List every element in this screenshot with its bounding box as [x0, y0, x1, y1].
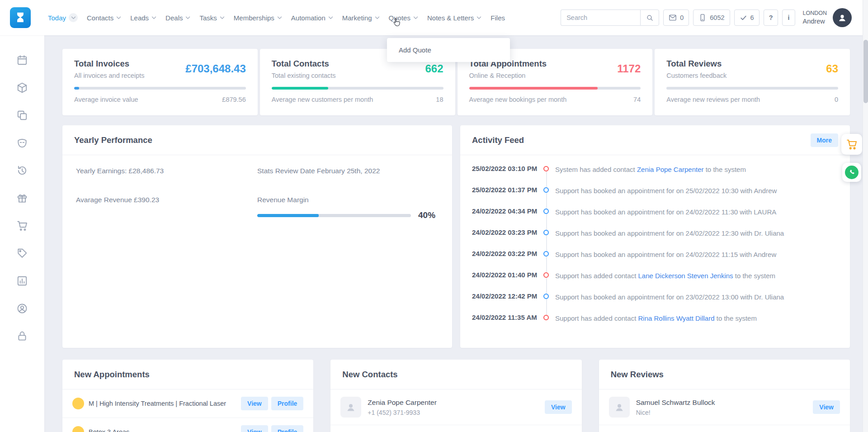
nav-item-contacts[interactable]: Contacts — [87, 14, 121, 22]
stat-subtitle: Total existing contacts — [272, 72, 336, 79]
new-appointments-panel: New Appointments M | High Intensity Trea… — [62, 360, 313, 432]
sidebar-item-admin[interactable] — [16, 303, 28, 314]
nav-item-today[interactable]: Today — [48, 13, 78, 22]
search-input[interactable] — [561, 9, 640, 26]
sidebar-item-products[interactable] — [16, 82, 28, 94]
sidebar-item-rooms[interactable] — [16, 109, 28, 121]
activity-dot — [543, 230, 549, 235]
calendar-icon — [16, 54, 28, 66]
nav-item-automation[interactable]: Automation — [291, 14, 333, 22]
activity-message: Support has added contact Lane Dickerson… — [555, 271, 775, 280]
nav-item-tasks[interactable]: Tasks — [199, 14, 224, 22]
activity-item: 24/02/2022 04:34 PM Support has booked a… — [472, 201, 838, 223]
activity-time: 24/02/2022 03:22 PM — [472, 250, 541, 257]
nav-label: Deals — [165, 14, 183, 22]
icon-sidebar — [0, 35, 44, 432]
activity-item: 25/02/2022 03:10 PM System has added con… — [472, 159, 838, 180]
sidebar-item-shop[interactable] — [16, 220, 28, 232]
stat-footer-value: 18 — [436, 96, 443, 103]
view-button[interactable]: View — [241, 425, 268, 432]
lock-icon — [16, 330, 28, 342]
nav-item-deals[interactable]: Deals — [165, 14, 190, 22]
sidebar-item-calendar[interactable] — [16, 54, 28, 66]
stat-progress-track — [272, 87, 443, 90]
location-label: LONDON — [803, 9, 827, 17]
view-button[interactable]: View — [545, 400, 572, 414]
chevron-down-icon — [185, 16, 190, 19]
revenue-margin-label: Revenue Margin — [257, 196, 439, 204]
tasks-done-button[interactable]: 6 — [734, 9, 760, 26]
sidebar-item-history[interactable] — [16, 165, 28, 176]
package-icon — [16, 82, 28, 94]
appointment-avatar — [72, 398, 84, 409]
sidebar-item-treatments[interactable] — [16, 137, 28, 149]
panel-title: New Contacts — [342, 370, 397, 380]
activity-item: 25/02/2022 01:37 PM Support has booked a… — [472, 180, 838, 201]
activity-dot — [543, 294, 549, 299]
main-nav: Today Contacts Leads Deals Tasks Members… — [48, 13, 505, 22]
stat-subtitle: All invoices and receipts — [74, 72, 145, 79]
activity-dot — [543, 209, 549, 214]
info-button[interactable]: i — [782, 9, 795, 26]
help-button[interactable]: ? — [764, 9, 778, 26]
panel-title: New Appointments — [74, 370, 150, 380]
stat-card-total-invoices: Total Invoices All invoices and receipts… — [62, 49, 258, 115]
view-button[interactable]: View — [813, 400, 840, 414]
stats-review-date: Stats Review Date February 25th, 2022 — [257, 167, 439, 175]
search-button[interactable] — [640, 9, 659, 26]
activity-contact-link[interactable]: Lane Dickerson Steven Jenkins — [638, 272, 733, 280]
nav-label: Marketing — [342, 14, 372, 22]
appointment-name: Botox 3 Areas — [89, 428, 238, 432]
profile-button[interactable]: Profile — [271, 397, 304, 410]
sidebar-item-reports[interactable] — [16, 275, 28, 287]
nav-item-marketing[interactable]: Marketing — [342, 14, 380, 22]
sidebar-item-vouchers[interactable] — [16, 247, 28, 259]
nav-label: Notes & Letters — [427, 14, 474, 22]
inbox-button[interactable]: 0 — [663, 9, 689, 26]
nav-item-leads[interactable]: Leads — [130, 14, 156, 22]
activity-item: 24/02/2022 03:23 PM Support has booked a… — [472, 223, 838, 244]
appointment-list-item: M | High Intensity Treatments | Fraction… — [62, 389, 313, 418]
dashboard-content: Total Invoices All invoices and receipts… — [44, 35, 868, 432]
stat-title: Total Contacts — [272, 59, 336, 69]
activity-contact-link[interactable]: Zenia Pope Carpenter — [637, 166, 704, 173]
sidebar-item-security[interactable] — [16, 330, 28, 342]
activity-item: 24/02/2022 11:35 AM Support has added co… — [472, 308, 838, 329]
review-comment: Nice! — [636, 409, 810, 416]
page-scrollbar[interactable] — [863, 0, 868, 432]
activity-item: 24/02/2022 01:40 PM Support has added co… — [472, 265, 838, 286]
activity-time: 24/02/2022 12:42 PM — [472, 292, 541, 300]
chevron-down-icon — [277, 16, 282, 19]
more-button[interactable]: More — [811, 133, 838, 147]
activity-contact-link[interactable]: Rina Rollins Wyatt Dillard — [638, 314, 714, 322]
activity-dot — [543, 251, 549, 256]
info-icon: i — [788, 14, 789, 21]
activity-dot — [543, 187, 549, 193]
tasks-count-badge: 6 — [750, 14, 754, 21]
nav-item-files[interactable]: Files — [491, 14, 505, 22]
activity-message: Support has booked an appointment for on… — [555, 250, 776, 259]
app-logo[interactable] — [10, 7, 31, 28]
sidebar-item-gifts[interactable] — [16, 192, 28, 204]
user-meta: LONDON Andrew — [803, 9, 827, 26]
user-avatar[interactable] — [833, 8, 852, 27]
nav-item-notes-letters[interactable]: Notes & Letters — [427, 14, 481, 22]
contact-list-item: Zenia Pope Carpenter +1 (452) 371-9933 V… — [330, 389, 581, 425]
envelope-icon — [669, 14, 677, 22]
scrollbar-thumb[interactable] — [863, 40, 868, 103]
user-name-label: Andrew — [803, 17, 827, 26]
floating-phone-button[interactable] — [842, 163, 861, 182]
floating-cart-button[interactable] — [841, 134, 862, 155]
stat-value: 662 — [425, 62, 443, 75]
activity-item: 24/02/2022 12:42 PM Support has booked a… — [472, 286, 838, 308]
revenue-margin-track — [257, 214, 411, 217]
history-icon — [16, 165, 28, 176]
stat-footer-label: Average new bookings per month — [469, 96, 567, 103]
view-button[interactable]: View — [241, 397, 268, 410]
stat-value: £703,648.43 — [185, 62, 245, 75]
phone-extension-button[interactable]: 6052 — [693, 9, 730, 26]
profile-button[interactable]: Profile — [271, 425, 304, 432]
nav-item-memberships[interactable]: Memberships — [234, 14, 282, 22]
nav-item-quotes[interactable]: Quotes — [389, 14, 418, 22]
menu-item-add-quote[interactable]: Add Quote — [387, 41, 510, 59]
